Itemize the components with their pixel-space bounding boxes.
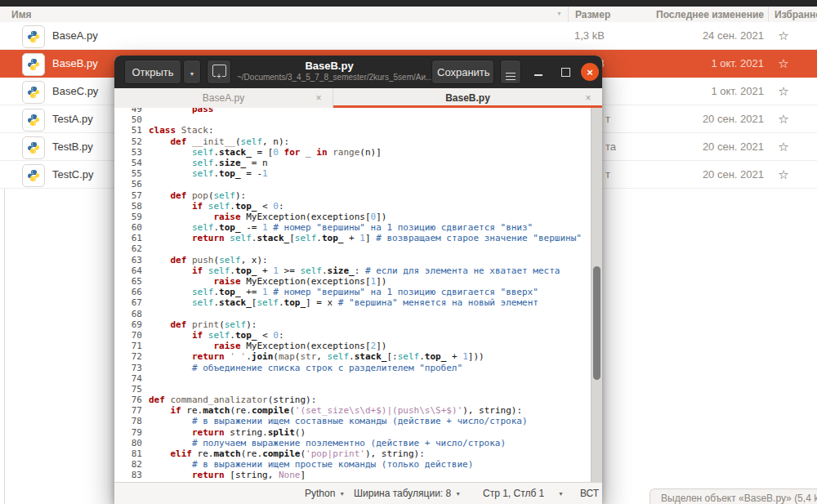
- line-number: 69: [114, 319, 149, 330]
- goto-line-dropdown[interactable]: ▼: [558, 483, 564, 504]
- star-button[interactable]: ☆: [773, 53, 794, 74]
- editor-tab[interactable]: BaseB.py ×: [333, 88, 602, 108]
- code-line: 80 # получаем выражение поэлементно (дей…: [114, 438, 592, 448]
- hamburger-menu-button[interactable]: [500, 60, 521, 84]
- file-modified-date: 20 сен. 2021: [621, 168, 764, 181]
- editor-statusbar: Python▼ Ширина табуляции: 8▼ Стр 1, Стлб…: [114, 482, 602, 504]
- close-icon: ×: [315, 92, 321, 104]
- file-size-fragment: т: [605, 168, 610, 181]
- code-line: 67 self.stack_[self.top_] = x # "вершина…: [114, 297, 592, 308]
- code-line: 75: [114, 384, 592, 395]
- python-file-icon: [22, 53, 45, 76]
- maximize-button[interactable]: [556, 63, 574, 81]
- line-number: 52: [114, 136, 149, 147]
- code-line: 57 def pop(self):: [114, 190, 592, 201]
- code-line: 74: [114, 373, 592, 384]
- file-modified-date: 1 окт. 2021: [621, 85, 764, 97]
- chevron-down-icon: ▼: [455, 491, 461, 497]
- tab-width-selector[interactable]: Ширина табуляции: 8▼: [354, 483, 461, 504]
- save-button[interactable]: Сохранить: [431, 60, 494, 84]
- close-icon: ×: [585, 92, 591, 104]
- editor-scrollbar[interactable]: [591, 108, 602, 482]
- column-header-modified[interactable]: Последнее изменение: [621, 9, 764, 20]
- open-button[interactable]: Открыть: [124, 60, 181, 84]
- star-button[interactable]: ☆: [773, 81, 794, 102]
- code-line: 59 raise MyException(exceptions[0]): [114, 212, 592, 222]
- python-file-icon: [22, 164, 45, 187]
- code-line: 72 return ' '.join(map(str, self.stack_[…: [114, 351, 592, 362]
- editor-tab[interactable]: BaseA.py ×: [114, 88, 333, 108]
- list-column-headers: Имя ▼ Размер Последнее изменение Избранн…: [0, 7, 817, 23]
- line-number: 56: [114, 179, 149, 190]
- line-number: 79: [114, 427, 149, 438]
- code-line: 73 # объединение списка строк с разделит…: [114, 363, 592, 373]
- column-divider: [768, 7, 769, 22]
- chevron-down-icon: ▼: [339, 491, 345, 497]
- line-number: 83: [114, 470, 149, 480]
- code-line: 58 if self.top_ < 0:: [114, 201, 592, 212]
- insert-mode-indicator[interactable]: ВСТ: [580, 483, 599, 504]
- gedit-window: Открыть ▼ + BaseB.py ~/Documents/3_4_5_7…: [114, 56, 602, 503]
- file-modified-date: 20 сен. 2021: [621, 140, 764, 153]
- python-file-icon: [22, 136, 45, 159]
- line-number: 80: [114, 438, 149, 448]
- line-number: 51: [114, 125, 149, 136]
- star-button[interactable]: ☆: [773, 109, 794, 130]
- star-button[interactable]: ☆: [773, 136, 794, 158]
- line-number: 54: [114, 158, 149, 168]
- line-number: 77: [114, 405, 149, 416]
- file-size-fragment: та: [605, 140, 616, 153]
- open-dropdown-button[interactable]: ▼: [183, 60, 201, 84]
- cursor-position-label: Стр 1, Стлб 1: [483, 488, 544, 499]
- line-number: 68: [114, 309, 149, 319]
- close-icon: ×: [587, 67, 593, 78]
- line-number: 73: [114, 363, 149, 373]
- file-name: TestB.py: [52, 140, 93, 153]
- code-line: 62: [114, 243, 592, 254]
- code-line: 56: [114, 179, 592, 190]
- tab-close-button[interactable]: ×: [581, 91, 596, 105]
- scrollbar-thumb[interactable]: [593, 266, 600, 380]
- window-subtitle-path: ~/Documents/3_4_5_7_8_semester/2kurs_5se…: [237, 73, 422, 82]
- minimize-button[interactable]: [529, 63, 547, 81]
- line-number: 82: [114, 459, 149, 470]
- file-name: TestA.py: [52, 113, 93, 125]
- code-line: 53 self.stack_ = [0 for _ in range(n)]: [114, 147, 592, 158]
- minimize-icon: [534, 74, 542, 76]
- line-number: 74: [114, 373, 149, 384]
- code-area[interactable]: 49 pass5051class Stack:52 def __init__(s…: [114, 108, 602, 482]
- new-document-button[interactable]: +: [207, 60, 231, 84]
- window-title-block: BaseB.py ~/Documents/3_4_5_7_8_semester/…: [237, 60, 422, 82]
- code-line: 51class Stack:: [114, 125, 592, 136]
- column-header-starred[interactable]: Избранное: [775, 9, 817, 20]
- column-header-size[interactable]: Размер: [575, 9, 610, 20]
- code-line: 50: [114, 114, 592, 125]
- close-button[interactable]: ×: [581, 63, 599, 81]
- star-button[interactable]: ☆: [773, 164, 794, 185]
- code-line: 71 raise MyException(exceptions[2]): [114, 341, 592, 351]
- code-line: 60 self.top_ -= 1 # номер "вершины" на 1…: [114, 222, 592, 233]
- code-line: 63 def push(self, x):: [114, 255, 592, 265]
- line-number: 81: [114, 448, 149, 459]
- column-header-name[interactable]: Имя: [11, 9, 32, 20]
- star-button[interactable]: ☆: [773, 25, 794, 47]
- editor-headerbar[interactable]: Открыть ▼ + BaseB.py ~/Documents/3_4_5_7…: [114, 56, 602, 88]
- code-line: 64 if self.top_ + 1 >= self.size_: # есл…: [114, 265, 592, 276]
- tab-width-label: Ширина табуляции: 8: [354, 488, 451, 499]
- cursor-position-indicator[interactable]: Стр 1, Стлб 1: [483, 483, 544, 504]
- file-row[interactable]: BaseA.py 1,3 kB 24 сен. 2021 ☆: [0, 22, 817, 50]
- line-number: 61: [114, 233, 149, 243]
- chevron-down-icon: ▼: [190, 71, 195, 77]
- column-divider: [568, 7, 569, 22]
- file-name: TestC.py: [52, 168, 94, 181]
- line-number: 59: [114, 212, 149, 222]
- tab-label: BaseA.py: [203, 92, 244, 104]
- line-number: 72: [114, 351, 149, 362]
- code-line: 55 self.top_ = -1: [114, 168, 592, 179]
- sort-descending-icon: ▼: [556, 11, 562, 16]
- language-selector[interactable]: Python▼: [305, 483, 345, 504]
- code-line: 49 pass: [114, 108, 592, 114]
- code-line: 78 # в выражении ищем составные команды …: [114, 416, 592, 426]
- line-number: 53: [114, 147, 149, 158]
- tab-close-button[interactable]: ×: [311, 91, 326, 105]
